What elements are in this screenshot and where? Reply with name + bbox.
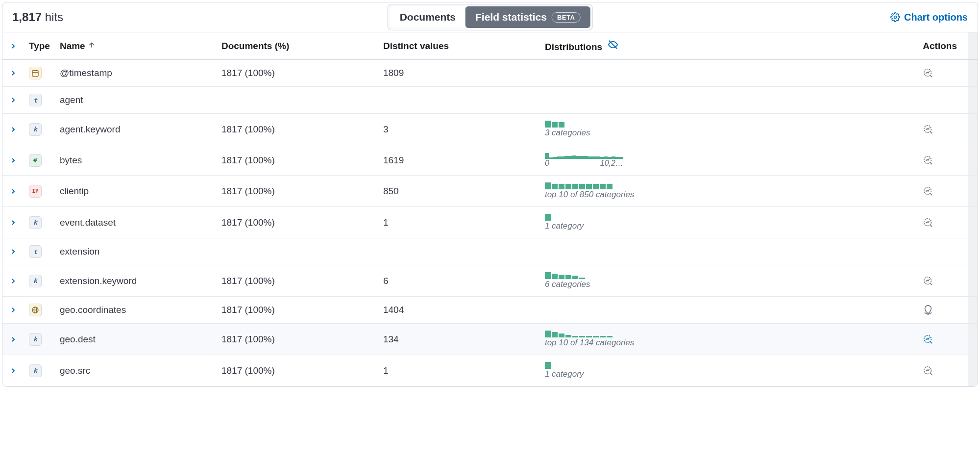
documents-percent: 1817 (100%) [217,176,378,207]
explore-in-lens-button[interactable] [923,334,957,345]
field-name: extension [55,238,217,265]
hits-label: hits [45,10,63,24]
distinct-values: 134 [378,324,540,355]
field-name: bytes [55,145,217,176]
field-name: geo.dest [55,324,217,355]
svg-line-18 [931,193,932,195]
documents-percent: 1817 (100%) [217,324,378,355]
svg-line-21 [931,225,932,227]
expand-row-button[interactable] [9,69,19,77]
distribution-histogram: 010,2… [545,152,623,168]
explore-in-maps-button[interactable] [923,305,957,315]
column-expand[interactable] [2,32,24,60]
table-row: k geo.dest 1817 (100%) 134 top 10 of 134… [2,324,978,355]
documents-percent: 1817 (100%) [217,265,378,297]
svg-line-15 [931,162,932,164]
column-distinct[interactable]: Distinct values [378,32,540,60]
table-row: t extension [2,238,978,265]
table-row: k agent.keyword 1817 (100%) 3 3 categori… [2,114,978,145]
chevron-right-icon [9,42,17,50]
field-name: geo.coordinates [55,297,217,324]
explore-in-lens-button[interactable] [923,124,957,135]
distinct-values: 1 [378,207,540,238]
table-row: t agent [2,87,978,114]
chevron-right-icon [9,156,17,164]
distinct-values: 1 [378,355,540,386]
hits-summary: 1,817 hits [12,10,63,24]
field-name: extension.keyword [55,265,217,297]
distribution-chart: 6 categories [545,272,590,289]
table-row: k extension.keyword 1817 (100%) 6 6 cate… [2,265,978,297]
distribution-label: 6 categories [545,280,590,289]
chevron-right-icon [9,219,17,227]
sort-ascending-icon [88,41,96,51]
field-type-icon: k [29,275,42,287]
expand-row-button[interactable] [9,219,19,227]
expand-row-button[interactable] [9,277,19,285]
field-type-icon: t [29,245,42,258]
field-type-icon: # [29,154,42,167]
documents-percent: 1817 (100%) [217,207,378,238]
documents-percent: 1817 (100%) [217,145,378,176]
documents-percent: 1817 (100%) [217,297,378,324]
column-distributions[interactable]: Distributions [540,32,918,60]
column-actions: Actions [918,32,968,60]
tab-field-statistics[interactable]: Field statistics BETA [466,6,590,28]
chevron-right-icon [9,248,17,256]
expand-row-button[interactable] [9,367,19,375]
expand-row-button[interactable] [9,126,19,133]
expand-row-button[interactable] [9,96,19,104]
chevron-right-icon [9,306,17,314]
chevron-right-icon [9,367,17,375]
hits-count: 1,817 [12,10,42,24]
beta-badge: BETA [552,12,580,23]
explore-in-lens-button[interactable] [923,68,957,78]
explore-in-lens-button[interactable] [923,155,957,166]
table-row: @timestamp 1817 (100%) 1809 [2,60,978,87]
expand-row-button[interactable] [9,335,19,343]
view-tab-group: Documents Field statistics BETA [388,4,593,30]
explore-in-lens-button[interactable] [923,276,957,286]
tab-documents-label: Documents [400,11,456,23]
chevron-right-icon [9,69,17,77]
table-row: # bytes 1817 (100%) 1619 010,2… [2,145,978,176]
table-row: IP clientip 1817 (100%) 850 top 10 of 85… [2,176,978,207]
expand-row-button[interactable] [9,306,19,314]
field-type-icon: IP [29,185,42,198]
documents-percent: 1817 (100%) [217,60,378,87]
expand-row-button[interactable] [9,187,19,195]
field-type-icon: t [29,94,42,106]
column-name[interactable]: Name [55,32,217,60]
chart-options-button[interactable]: Chart options [890,12,968,23]
table-row: k event.dataset 1817 (100%) 1 1 category [2,207,978,238]
field-type-icon: k [29,216,42,229]
svg-line-33 [931,373,932,375]
distinct-values: 6 [378,265,540,297]
explore-in-lens-button[interactable] [923,217,957,228]
distinct-values: 3 [378,114,540,145]
distribution-chart: top 10 of 850 categories [545,182,634,200]
expand-row-button[interactable] [9,248,19,256]
column-type[interactable]: Type [24,32,55,60]
explore-in-lens-button[interactable] [923,365,957,376]
documents-percent [217,87,378,114]
svg-line-24 [931,283,932,285]
column-documents[interactable]: Documents (%) [217,32,378,60]
distribution-label: 1 category [545,369,584,379]
eye-closed-icon[interactable] [608,42,618,52]
svg-line-30 [931,341,932,343]
chevron-right-icon [9,187,17,195]
field-name: agent.keyword [55,114,217,145]
distribution-chart: top 10 of 134 categories [545,331,634,348]
distribution-label: top 10 of 850 categories [545,190,634,200]
explore-in-lens-button[interactable] [923,186,957,197]
field-type-icon: k [29,364,42,377]
svg-line-9 [931,76,932,77]
documents-percent: 1817 (100%) [217,114,378,145]
distribution-label: 1 category [545,221,584,231]
distribution-label: top 10 of 134 categories [545,338,634,348]
field-stats-panel: 1,817 hits Documents Field statistics BE… [2,2,978,387]
field-type-icon [29,67,42,79]
tab-documents[interactable]: Documents [390,6,466,28]
expand-row-button[interactable] [9,156,19,164]
